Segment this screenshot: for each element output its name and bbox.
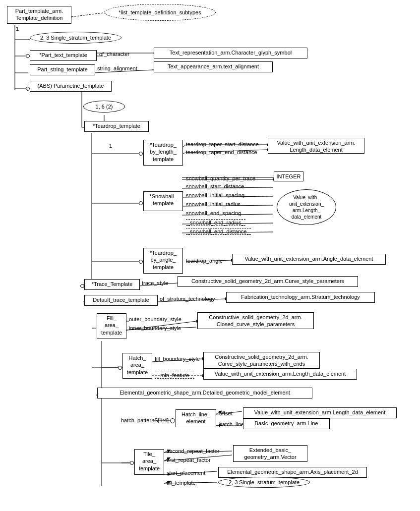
circle-teardrop-by-len xyxy=(139,152,143,156)
list-template-def-oval: *list_template_definition_subtypes xyxy=(104,4,216,21)
abs-parametric-box: (ABS) Parametric_template xyxy=(30,81,112,92)
circle-part-text xyxy=(26,54,30,58)
teardrop-by-angle-box: *Teardrop_by_angle_template xyxy=(143,248,183,274)
elemental-geo-axis-box: Elemental_geometric_shape_arm.Axis_place… xyxy=(218,467,367,478)
first-repeat-label: first_repeat_factor xyxy=(167,457,211,463)
start-placement-label: start_placement xyxy=(167,470,205,476)
part-string-template-box: Part_string_template xyxy=(30,64,95,75)
extended-basic-geo-vector-box: Extended_basic_geometry_arm.Vector xyxy=(233,445,307,462)
hatch-line-element-box: Hatch_line_element xyxy=(176,409,216,427)
teardrop-taper-start-label: teardrop_taper_start_distance xyxy=(186,141,259,147)
teardrop-by-length-box: *Teardrop_by_length_template xyxy=(143,140,183,166)
snowball-init-radius-label: snowball_initial_radius xyxy=(186,201,240,207)
snowball-end-dist-label: _snowball_end_distance_ xyxy=(186,228,251,235)
hatch-pattern-label: hatch_patternS[1:4] xyxy=(121,417,169,423)
fill-area-template-box: Fill_area_template xyxy=(97,313,126,339)
value-unit-ext-oval: Value_with_unit_extension_arm.Length_dat… xyxy=(277,189,336,225)
trace-template-box: *Trace_Template xyxy=(84,279,140,290)
default-trace-template-box: Default_trace_template xyxy=(84,295,158,306)
text-appearance-arm-box: Text_appearance_arm.text_alignment xyxy=(154,61,273,72)
circle-tile xyxy=(130,461,134,465)
snowball-end-spacing-label: snowball_end_spacing xyxy=(186,210,241,216)
teardrop-taper-end-label: teardrop_taper_end_distance xyxy=(186,149,257,155)
second-repeat-label: second_repeat_factor xyxy=(167,448,219,454)
oval-1-6-2: 1, 6 (2) xyxy=(83,101,125,113)
offset-label: offset xyxy=(219,410,233,416)
constructive-solid-closed-box: Constructive_solid_geometry_2d_arm.Close… xyxy=(197,312,314,329)
circle-trace xyxy=(80,284,84,288)
inner-boundary-label: inner_boundary_style xyxy=(129,325,181,331)
value-unit-ext-length3-box: Value_with_unit_extension_arm.Length_dat… xyxy=(243,407,397,418)
outer-boundary-label: outer_boundary_style xyxy=(129,316,181,322)
fill-template-label: fill_template xyxy=(167,480,196,486)
tile-area-template-box: Tile_area_template xyxy=(134,449,164,475)
circle-teardrop-by-angle xyxy=(139,260,143,264)
teardrop-template-box: *Teardrop_template xyxy=(84,121,149,132)
diagram-container: Part_template_arm. Template_definition *… xyxy=(0,0,420,511)
snowball-template-box: *Snowball_template xyxy=(143,191,183,211)
single-stratum-bottom-oval: 2, 3 Single_stratum_template xyxy=(218,477,310,488)
integer-box: INTEGER xyxy=(274,171,303,181)
circle-hatch-pattern xyxy=(170,418,175,423)
hatch-line-label: hatch_line xyxy=(219,421,244,427)
value-unit-ext-length1-box: Value_with_unit_extension_arm.Length_dat… xyxy=(268,138,364,154)
snowball-init-spacing-label: snowball_initial_spacing xyxy=(186,192,244,198)
constructive-solid-curve-ends-box: Constructive_solid_geometry_2d_arm.Curve… xyxy=(203,352,320,369)
hatch-area-template-box: Hatch_area_template xyxy=(122,353,152,379)
circle-hatch xyxy=(118,366,122,370)
elemental-geo-detailed-box: Elemental_geometric_shape_arm.Detailed_g… xyxy=(97,388,312,398)
circle-snowball xyxy=(139,201,143,205)
of-character-label: of_character xyxy=(99,51,129,57)
of-stratum-tech-label: of_stratum_technology xyxy=(160,296,215,302)
fill-boundary-label: fill_boundary_style xyxy=(155,356,200,362)
label-1-teardrop-by: 1 xyxy=(109,143,112,149)
label-1-top: 1 xyxy=(16,26,19,32)
svg-line-47 xyxy=(216,412,219,414)
svg-line-0 xyxy=(71,13,103,17)
constructive-solid-curve-box: Constructive_solid_geometry_2d_arm.Curve… xyxy=(178,276,358,287)
fabrication-tech-box: Fabrication_technology_arm.Stratum_techn… xyxy=(226,292,375,303)
teardrop-angle-label: teardrop_angle xyxy=(186,258,223,264)
snowball-qty-label: snowball_quantity_per_trace xyxy=(186,175,255,181)
part-text-template-box: *Part_text_template xyxy=(30,50,97,61)
part-template-arm-box: Part_template_arm. Template_definition xyxy=(7,6,71,24)
min-feature-label: _ min_feature _ xyxy=(155,372,194,379)
snowball-start-label: snowball_start_distance xyxy=(186,183,244,189)
string-alignment-label: string_alignment xyxy=(97,65,137,71)
value-unit-ext-length2-box: Value_with_unit_extension_arm.Length_dat… xyxy=(203,369,357,380)
trace-style-label: trace_style xyxy=(142,280,168,286)
circle-abs xyxy=(26,87,30,91)
text-rep-arm-char-box: Text_representation_arm.Character_glyph_… xyxy=(154,48,307,58)
value-unit-ext-angle-box: Value_with_unit_extension_arm.Angle_data… xyxy=(232,254,386,265)
snowball-end-radius-label: _snowball_end_radius_ xyxy=(186,219,245,226)
basic-geometry-line-box: Basic_geometry_arm.Line xyxy=(243,418,330,429)
single-stratum-top-oval: 2, 3 Single_stratum_template xyxy=(30,32,121,44)
